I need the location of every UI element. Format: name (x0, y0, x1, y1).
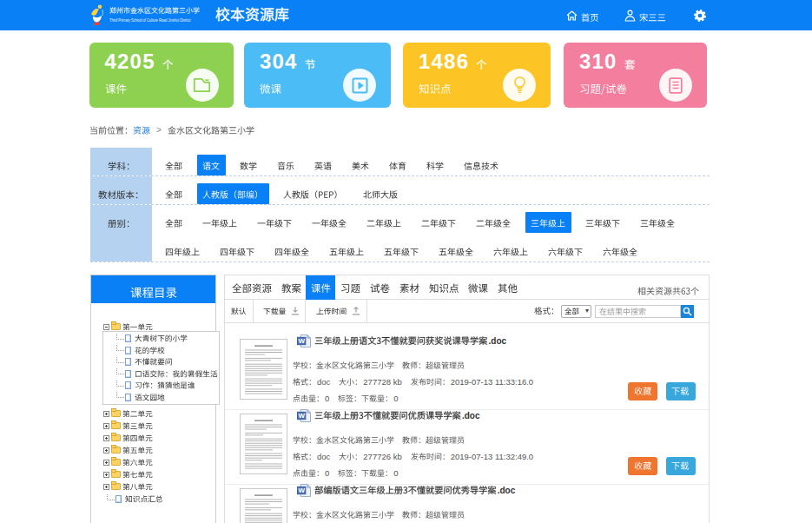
svg-text:W: W (298, 337, 305, 345)
svg-text:W: W (298, 487, 305, 494)
svg-text:W: W (298, 412, 305, 420)
